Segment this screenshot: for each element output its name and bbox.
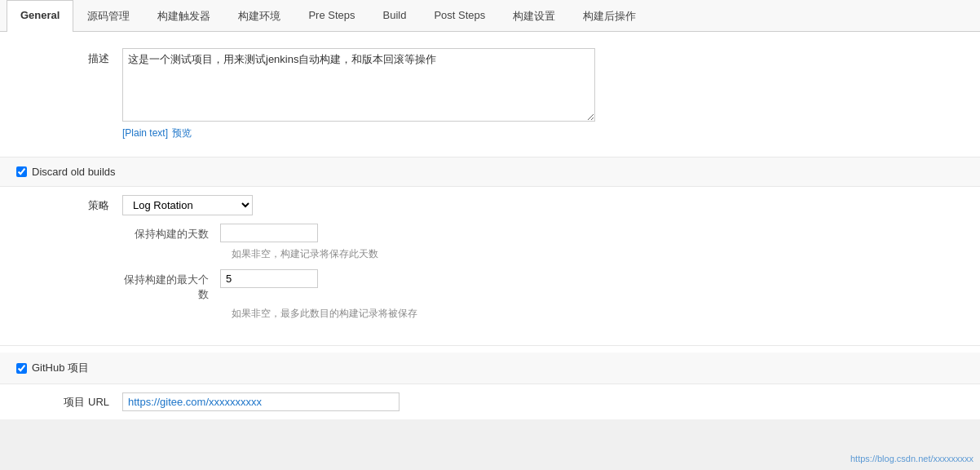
plain-text-link[interactable]: [Plain text]: [122, 127, 168, 139]
tab-source[interactable]: 源码管理: [73, 0, 143, 32]
days-input[interactable]: [220, 224, 318, 242]
preview-link[interactable]: 预览: [172, 127, 192, 139]
max-input[interactable]: [220, 269, 318, 288]
github-checkbox[interactable]: [16, 363, 27, 374]
days-hint: 如果非空，构建记录将保存此天数: [232, 247, 964, 261]
plain-text-row: [Plain text] 预览: [122, 126, 964, 140]
github-section: 项目 URL: [0, 384, 980, 419]
tab-build[interactable]: Build: [369, 0, 421, 32]
tab-trigger[interactable]: 构建触发器: [143, 0, 224, 32]
strategy-row: 策略 Log Rotation: [16, 195, 964, 215]
tab-general[interactable]: General: [7, 0, 73, 32]
tab-env[interactable]: 构建环境: [224, 0, 294, 32]
max-hint: 如果非空，最多此数目的构建记录将被保存: [232, 307, 964, 321]
strategy-label: 策略: [16, 198, 122, 213]
strategy-select[interactable]: Log Rotation: [122, 195, 253, 215]
description-section: 描述 [Plain text] 预览: [0, 32, 980, 157]
main-content: 描述 [Plain text] 预览 Discard old builds 策略…: [0, 32, 980, 419]
max-row: 保持构建的最大个数: [122, 269, 964, 302]
description-input[interactable]: [122, 48, 595, 122]
days-label: 保持构建的天数: [122, 224, 220, 242]
tab-bar: General 源码管理 构建触发器 构建环境 Pre Steps Build …: [0, 0, 980, 32]
strategy-section: 策略 Log Rotation 保持构建的天数 如果非空，构建记录将保存此天数 …: [0, 187, 980, 346]
description-control: [Plain text] 预览: [122, 48, 964, 140]
url-label: 项目 URL: [16, 395, 122, 410]
github-label[interactable]: GitHub 项目: [32, 361, 89, 375]
tab-presteps[interactable]: Pre Steps: [294, 0, 369, 32]
tab-settings[interactable]: 构建设置: [499, 0, 569, 32]
tab-poststeps[interactable]: Post Steps: [420, 0, 499, 32]
description-row: 描述 [Plain text] 预览: [16, 42, 964, 147]
discard-builds-label[interactable]: Discard old builds: [32, 166, 116, 178]
days-row: 保持构建的天数: [122, 224, 964, 242]
discard-builds-checkbox[interactable]: [16, 166, 27, 177]
max-label: 保持构建的最大个数: [122, 269, 220, 302]
url-input[interactable]: [122, 392, 400, 411]
github-row: GitHub 项目: [0, 352, 980, 384]
description-label: 描述: [16, 48, 122, 66]
tab-postbuild[interactable]: 构建后操作: [569, 0, 650, 32]
sub-form: 保持构建的天数 如果非空，构建记录将保存此天数 保持构建的最大个数 如果非空，最…: [122, 224, 964, 321]
discard-builds-row: Discard old builds: [0, 157, 980, 187]
url-row: 项目 URL: [16, 392, 964, 411]
